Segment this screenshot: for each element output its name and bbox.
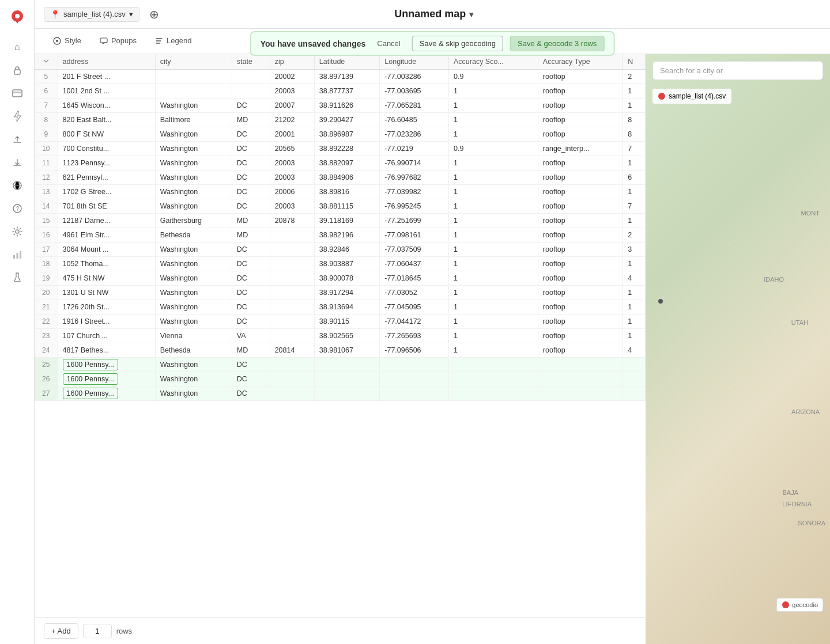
table-row[interactable]: 221916 I Street...WashingtonDC38.90115-7… bbox=[35, 315, 646, 329]
table-cell: 8 bbox=[623, 127, 646, 142]
map-title-dropdown[interactable]: ▾ bbox=[469, 10, 473, 19]
sidebar-chart-icon[interactable] bbox=[7, 244, 28, 265]
table-cell: 1 bbox=[448, 257, 538, 271]
sidebar-question-icon[interactable]: ? bbox=[7, 198, 28, 219]
table-row[interactable]: 1512187 Darne...GaithersburgMD2087839.11… bbox=[35, 214, 646, 228]
tab-legend[interactable]: Legend bbox=[146, 29, 201, 54]
legend-dot bbox=[658, 93, 665, 100]
row-number: 21 bbox=[35, 300, 58, 315]
geocodio-text: geocodio bbox=[792, 601, 818, 608]
row-number: 11 bbox=[35, 156, 58, 171]
table-cell: 39.118169 bbox=[314, 214, 379, 228]
table-row[interactable]: 19475 H St NWWashingtonDC38.900078-77.01… bbox=[35, 271, 646, 286]
table-cell: DC bbox=[232, 300, 270, 315]
data-table-wrapper: address city state zip Latitude Longitud… bbox=[35, 54, 646, 644]
rows-count-input[interactable] bbox=[83, 624, 112, 638]
table-row[interactable]: 111123 Pennsy...WashingtonDC2000338.8820… bbox=[35, 156, 646, 171]
col-city[interactable]: city bbox=[155, 54, 232, 70]
top-bar: 📍 sample_list (4).csv ▾ ⊕ Unnamed map ▾ bbox=[35, 0, 830, 29]
sidebar-home-icon[interactable]: ⌂ bbox=[7, 37, 28, 58]
table-cell: Washington bbox=[155, 199, 232, 214]
add-rows-button[interactable]: + Add bbox=[44, 623, 78, 639]
table-row[interactable]: 173064 Mount ...WashingtonDC38.92846-77.… bbox=[35, 243, 646, 257]
map-search-bar[interactable]: Search for a city or bbox=[652, 61, 823, 80]
table-cell: 2 bbox=[623, 70, 646, 84]
table-cell: 4 bbox=[623, 271, 646, 286]
table-cell: 1 bbox=[623, 286, 646, 300]
table-cell bbox=[270, 372, 314, 387]
sidebar-gear-icon[interactable] bbox=[7, 221, 28, 242]
table-cell bbox=[538, 387, 622, 401]
col-n[interactable]: N bbox=[623, 54, 646, 70]
save-geocode-button[interactable]: Save & geocode 3 rows bbox=[510, 36, 604, 51]
sidebar-lock-icon[interactable] bbox=[7, 60, 28, 81]
table-row[interactable]: 271600 Pennsy...WashingtonDC bbox=[35, 387, 646, 401]
table-cell: 38.900078 bbox=[314, 271, 379, 286]
row-number: 9 bbox=[35, 127, 58, 142]
sidebar-globe-icon[interactable] bbox=[7, 175, 28, 196]
table-row[interactable]: 61001 2nd St ...2000338.877737-77.003695… bbox=[35, 84, 646, 99]
sidebar-upload-icon[interactable] bbox=[7, 129, 28, 150]
table-row[interactable]: 211726 20th St...WashingtonDC38.913694-7… bbox=[35, 300, 646, 315]
table-row[interactable]: 201301 U St NWWashingtonDC38.917294-77.0… bbox=[35, 286, 646, 300]
table-row[interactable]: 23107 Church ...ViennaVA38.902565-77.265… bbox=[35, 329, 646, 343]
table-cell: 20003 bbox=[270, 156, 314, 171]
col-longitude[interactable]: Longitude bbox=[380, 54, 449, 70]
add-layer-button[interactable]: ⊕ bbox=[146, 6, 163, 22]
table-cell: 4817 Bethes... bbox=[58, 343, 155, 358]
row-number: 20 bbox=[35, 286, 58, 300]
table-cell: DC bbox=[232, 156, 270, 171]
tab-popups[interactable]: Popups bbox=[90, 29, 146, 54]
sidebar-flask-icon[interactable] bbox=[7, 267, 28, 288]
col-accuracy-type[interactable]: Accuracy Type bbox=[538, 54, 622, 70]
table-cell: 820 East Balt... bbox=[58, 113, 155, 127]
col-address[interactable]: address bbox=[58, 54, 155, 70]
svg-point-2 bbox=[15, 14, 20, 18]
table-row[interactable]: 251600 Pennsy...WashingtonDC bbox=[35, 358, 646, 372]
col-state[interactable]: state bbox=[232, 54, 270, 70]
table-cell: 8 bbox=[623, 113, 646, 127]
table-row[interactable]: 10700 Constitu...WashingtonDC2056538.892… bbox=[35, 142, 646, 156]
table-row[interactable]: 181052 Thoma...WashingtonDC38.903887-77.… bbox=[35, 257, 646, 271]
cancel-button[interactable]: Cancel bbox=[372, 37, 405, 50]
bottom-toolbar: + Add rows bbox=[35, 618, 646, 644]
file-tab-name: sample_list (4).csv bbox=[63, 10, 126, 18]
sidebar-lightning-icon[interactable] bbox=[7, 106, 28, 127]
col-zip[interactable]: zip bbox=[270, 54, 314, 70]
table-cell bbox=[270, 387, 314, 401]
table-row[interactable]: 12621 Pennsyl...WashingtonDC2000338.8849… bbox=[35, 171, 646, 185]
map-label-arizona: ARIZONA bbox=[791, 408, 820, 415]
table-cell: rooftop bbox=[538, 156, 622, 171]
table-cell: Washington bbox=[155, 372, 232, 387]
skip-geocoding-button[interactable]: Save & skip geocoding bbox=[412, 36, 503, 51]
file-tab[interactable]: 📍 sample_list (4).csv ▾ bbox=[44, 7, 139, 22]
table-row[interactable]: 5201 F Street ...2000238.897139-77.00328… bbox=[35, 70, 646, 84]
table-row[interactable]: 261600 Pennsy...WashingtonDC bbox=[35, 372, 646, 387]
row-number: 25 bbox=[35, 358, 58, 372]
table-row[interactable]: 14701 8th St SEWashingtonDC2000338.88111… bbox=[35, 199, 646, 214]
col-latitude[interactable]: Latitude bbox=[314, 54, 379, 70]
table-cell bbox=[270, 271, 314, 286]
table-cell: rooftop bbox=[538, 127, 622, 142]
pin-icon: 📍 bbox=[50, 10, 60, 19]
tab-legend-label: Legend bbox=[167, 36, 191, 45]
table-cell: 1 bbox=[623, 156, 646, 171]
map-panel: MONT IDAHO UTAH ARIZONA BAJA LIFORNIA SO… bbox=[646, 54, 830, 644]
table-row[interactable]: 131702 G Stree...WashingtonDC2000638.898… bbox=[35, 185, 646, 199]
table-row[interactable]: 8820 East Balt...BaltimoreMD2120239.2904… bbox=[35, 113, 646, 127]
sidebar-download-icon[interactable] bbox=[7, 152, 28, 173]
app-logo[interactable] bbox=[7, 7, 28, 28]
table-row[interactable]: 71645 Wiscon...WashingtonDC2000738.91162… bbox=[35, 99, 646, 113]
sidebar-card-icon[interactable] bbox=[7, 83, 28, 104]
table-cell: 3 bbox=[623, 243, 646, 257]
table-cell: 38.92846 bbox=[314, 243, 379, 257]
table-cell: Washington bbox=[155, 358, 232, 372]
tab-style[interactable]: Style bbox=[44, 29, 90, 54]
data-table-container[interactable]: address city state zip Latitude Longitud… bbox=[35, 54, 646, 618]
table-row[interactable]: 244817 Bethes...BethesdaMD2081438.981067… bbox=[35, 343, 646, 358]
table-row[interactable]: 164961 Elm Str...BethesdaMD38.982196-77.… bbox=[35, 228, 646, 243]
file-tab-dropdown: ▾ bbox=[129, 10, 133, 18]
col-accuracy-score[interactable]: Accuracy Sco... bbox=[448, 54, 538, 70]
row-number: 19 bbox=[35, 271, 58, 286]
table-row[interactable]: 9800 F St NWWashingtonDC2000138.896987-7… bbox=[35, 127, 646, 142]
